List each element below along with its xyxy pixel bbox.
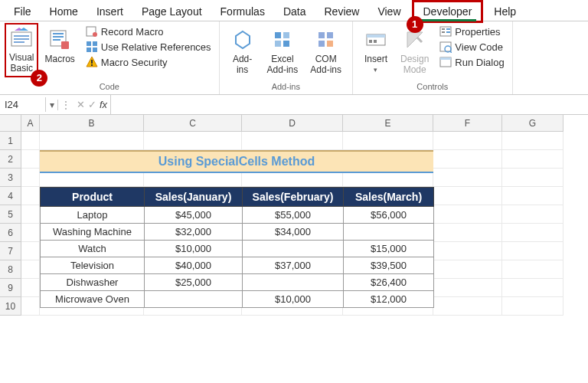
select-all-corner[interactable]: [0, 115, 21, 132]
tab-insert[interactable]: Insert: [87, 2, 132, 21]
addins-button[interactable]: Add- ins: [226, 25, 260, 79]
excel-addins-button[interactable]: Excel Add-ins: [263, 25, 303, 79]
table-cell[interactable]: [344, 224, 434, 241]
svg-rect-12: [93, 41, 97, 46]
col-header-c[interactable]: C: [144, 115, 242, 132]
table-cell[interactable]: Washing Machine: [41, 224, 145, 241]
row-header[interactable]: 8: [0, 260, 21, 279]
view-code-button[interactable]: View Code: [438, 40, 505, 54]
cells-area[interactable]: Using SpecialCells Method Product Sales(…: [21, 132, 588, 316]
table-cell[interactable]: $12,000: [344, 291, 434, 308]
col-header-a[interactable]: A: [21, 115, 40, 132]
table-cell[interactable]: Dishwasher: [41, 274, 145, 291]
header-mar[interactable]: Sales(March): [344, 188, 434, 207]
row-header[interactable]: 10: [0, 297, 21, 316]
table-cell[interactable]: $32,000: [145, 224, 243, 241]
run-dialog-icon: [439, 56, 452, 68]
com-addins-button[interactable]: COM Add-ins: [305, 25, 346, 79]
design-mode-button[interactable]: Design Mode: [396, 25, 433, 79]
table-cell[interactable]: $10,000: [243, 291, 344, 308]
title-text: Using SpecialCells Method: [158, 155, 315, 169]
table-cell[interactable]: $37,000: [243, 257, 344, 274]
tab-file[interactable]: File: [5, 2, 41, 21]
table-cell[interactable]: $34,000: [243, 224, 344, 241]
tab-page-layout[interactable]: Page Layout: [132, 2, 211, 21]
properties-button[interactable]: Properties: [438, 25, 505, 38]
chevron-down-icon: ▾: [374, 66, 377, 74]
table-cell[interactable]: [243, 241, 344, 257]
formula-bar-handle[interactable]: ⋮: [58, 100, 74, 110]
svg-point-10: [93, 32, 97, 37]
tab-review[interactable]: Review: [315, 2, 369, 21]
macros-button[interactable]: Macros: [40, 25, 79, 76]
table-cell[interactable]: $15,000: [344, 241, 434, 257]
tab-developer[interactable]: Developer: [414, 2, 482, 21]
title-merged-cell[interactable]: Using SpecialCells Method: [40, 150, 433, 172]
table-cell[interactable]: [243, 274, 344, 291]
row-header[interactable]: 2: [0, 150, 21, 169]
col-header-e[interactable]: E: [343, 115, 433, 132]
table-cell[interactable]: Microwave Oven: [41, 291, 145, 308]
svg-rect-5: [53, 33, 64, 34]
relative-refs-icon: [86, 41, 98, 53]
table-cell[interactable]: [145, 291, 243, 308]
accept-icon[interactable]: ✓: [88, 99, 96, 110]
svg-rect-16: [91, 64, 93, 66]
svg-rect-3: [14, 41, 24, 43]
svg-rect-22: [327, 32, 333, 38]
tab-help[interactable]: Help: [485, 2, 525, 21]
use-relative-refs-button[interactable]: Use Relative References: [84, 40, 213, 54]
col-header-b[interactable]: B: [40, 115, 144, 132]
table-cell[interactable]: $56,000: [344, 207, 434, 224]
tab-home[interactable]: Home: [41, 2, 87, 21]
group-addins-label: Add-ins: [226, 82, 346, 93]
table-cell[interactable]: $45,000: [145, 207, 243, 224]
fx-icon[interactable]: fx: [100, 99, 107, 110]
tab-view[interactable]: View: [368, 2, 410, 21]
table-cell[interactable]: $26,400: [344, 274, 434, 291]
svg-rect-17: [275, 32, 281, 38]
row-header[interactable]: 5: [0, 205, 21, 224]
tab-formulas[interactable]: Formulas: [211, 2, 274, 21]
row-header[interactable]: 7: [0, 242, 21, 260]
row-headers: 12345678910: [0, 132, 21, 316]
visual-basic-icon: [9, 26, 34, 51]
table-cell[interactable]: $40,000: [145, 257, 243, 274]
row-header[interactable]: 4: [0, 187, 21, 205]
header-jan[interactable]: Sales(January): [145, 188, 243, 207]
header-feb[interactable]: Sales(February): [243, 188, 344, 207]
row-header[interactable]: 3: [0, 169, 21, 187]
group-addins: Add- ins Excel Add-ins COM Add-ins Add-i…: [220, 21, 353, 94]
visual-basic-button[interactable]: Visual Basic 2: [5, 23, 38, 77]
table-cell[interactable]: Television: [41, 257, 145, 274]
run-dialog-button[interactable]: Run Dialog: [438, 55, 505, 69]
col-header-f[interactable]: F: [433, 115, 502, 132]
svg-rect-31: [442, 31, 445, 33]
table-cell[interactable]: $10,000: [145, 241, 243, 257]
svg-rect-13: [87, 47, 91, 52]
table-cell[interactable]: $25,000: [145, 274, 243, 291]
run-dialog-label: Run Dialog: [455, 57, 504, 68]
col-header-d[interactable]: D: [242, 115, 343, 132]
header-product[interactable]: Product: [41, 188, 145, 207]
properties-label: Properties: [455, 26, 500, 38]
table-cell[interactable]: $55,000: [243, 207, 344, 224]
name-box-dropdown[interactable]: ▾: [46, 100, 58, 110]
ribbon-tabs: File Home Insert Page Layout Formulas Da…: [0, 0, 588, 21]
row-header[interactable]: 9: [0, 279, 21, 297]
row-header[interactable]: 6: [0, 224, 21, 242]
formula-input[interactable]: [110, 95, 588, 114]
record-macro-button[interactable]: Record Macro: [84, 25, 213, 38]
svg-rect-30: [442, 28, 445, 30]
group-controls-label: Controls: [359, 82, 506, 93]
macro-security-button[interactable]: Macro Security: [84, 55, 213, 69]
table-cell[interactable]: Laptop: [41, 207, 145, 224]
row-header[interactable]: 1: [0, 132, 21, 150]
col-header-g[interactable]: G: [502, 115, 564, 132]
table-cell[interactable]: Watch: [41, 241, 145, 257]
table-cell[interactable]: $39,500: [344, 257, 434, 274]
cancel-icon[interactable]: ✕: [77, 99, 85, 110]
name-box[interactable]: I24: [0, 97, 46, 112]
tab-data[interactable]: Data: [274, 2, 315, 21]
insert-control-button[interactable]: Insert ▾: [359, 25, 393, 79]
